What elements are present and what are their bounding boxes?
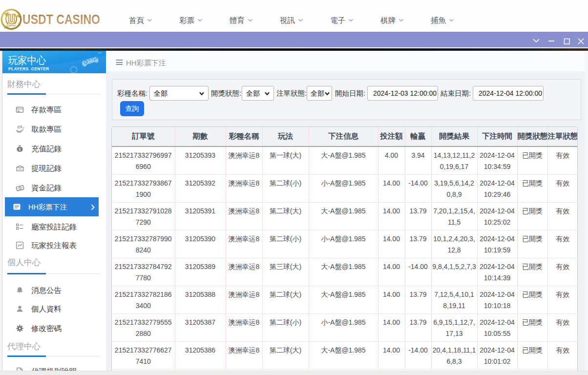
svg-text:Casino: Casino — [7, 24, 16, 27]
